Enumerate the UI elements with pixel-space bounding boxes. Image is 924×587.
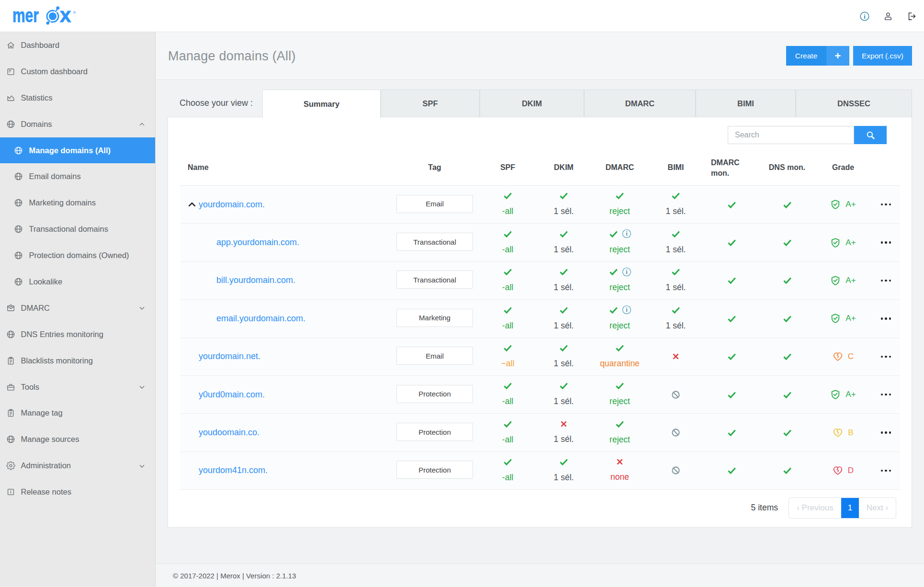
svg-text:x: x — [60, 4, 71, 26]
svg-text:®: ® — [73, 11, 76, 15]
svg-text:mer: mer — [13, 4, 39, 25]
svg-text:i: i — [864, 13, 866, 20]
